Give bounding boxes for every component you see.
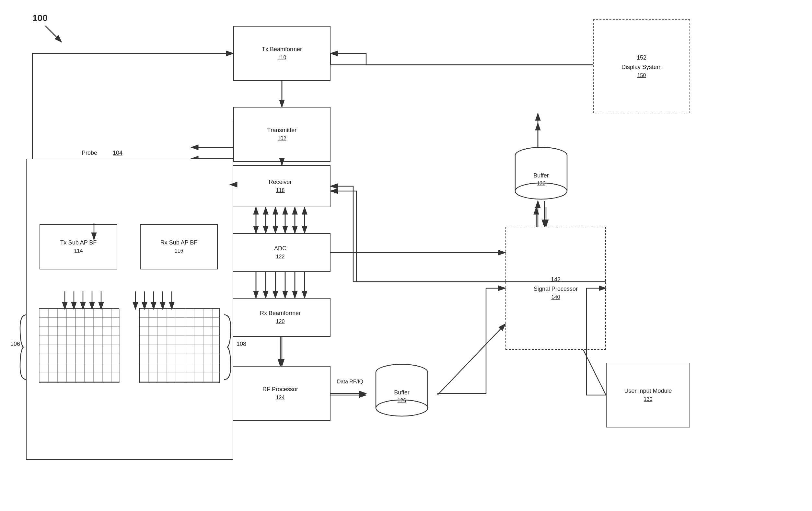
ref-100-arrow [42,23,68,49]
rx-beamformer-num: 120 [276,318,285,325]
adc-box: ADC 122 [230,233,330,272]
adc-num: 122 [276,253,285,260]
svg-text:Buffer: Buffer [394,389,410,396]
buffer-136-cylinder-svg: Buffer 136 [512,146,570,210]
ref-108: 108 [236,341,246,348]
display-system-box: 152 Display System 150 [593,20,690,113]
rf-processor-num: 124 [276,394,285,401]
display-system-num: 150 [637,72,646,79]
array-left-grid [39,309,120,383]
user-input-box: User Input Module 130 [606,363,690,427]
user-input-num: 130 [644,396,652,403]
signal-processor-label: Signal Processor [534,285,578,293]
brace-108 [221,311,234,383]
receiver-box: Receiver 118 [230,165,330,207]
rx-sub-box: Rx Sub AP BF 116 [140,224,218,269]
transmitter-num: 102 [278,135,286,142]
display-system-label: Display System [621,63,662,71]
user-input-label: User Input Module [624,387,672,395]
rx-sub-label: Rx Sub AP BF [161,239,198,247]
signal-processor-box: 142 Signal Processor 140 [505,227,606,350]
rx-beamformer-box: Rx Beamformer 120 [230,298,330,337]
display-system-inner-num: 152 [637,54,646,62]
array-right [139,308,220,383]
tx-beamformer-num: 110 [278,54,286,61]
probe-num: 104 [113,150,122,156]
svg-line-17 [437,324,505,395]
svg-text:Buffer: Buffer [533,172,549,179]
svg-text:136: 136 [537,181,546,186]
svg-text:126: 126 [398,398,406,403]
rx-beamformer-label: Rx Beamformer [260,309,301,317]
svg-line-36 [46,26,62,42]
adc-label: ADC [274,244,286,252]
rx-sub-num: 116 [175,247,183,254]
buffer-126-cylinder-svg: Buffer 126 [373,363,431,427]
array-right-grid [140,309,220,383]
buffer-126: Buffer 126 [366,363,437,427]
data-label: Data RF/IQ [337,379,363,385]
tx-sub-num: 114 [74,247,83,254]
signal-processor-inner-num: 142 [551,276,560,284]
rf-processor-label: RF Processor [262,385,298,393]
tx-beamformer-box: Tx Beamformer 110 [233,26,330,81]
receiver-num: 118 [276,187,285,194]
tx-sub-box: Tx Sub AP BF 114 [39,224,117,269]
tx-beamformer-label: Tx Beamformer [262,45,302,54]
tx-sub-label: Tx Sub AP BF [60,239,97,247]
diagram: 100 152 Display System 150 Tx Beamformer… [0,0,812,511]
rf-processor-box: RF Processor 124 [230,366,330,421]
buffer-136: Buffer 136 [505,146,577,210]
ref-106: 106 [10,341,20,348]
probe-outer-box: Probe 104 Tx Sub AP BF 114 Rx Sub AP BF … [26,159,233,460]
probe-label: Probe [82,150,97,156]
signal-processor-num: 140 [551,294,560,301]
array-left [39,308,119,383]
ref-100: 100 [32,13,48,23]
transmitter-label: Transmitter [267,126,296,134]
receiver-label: Receiver [269,178,292,186]
transmitter-box: Transmitter 102 [233,107,330,162]
